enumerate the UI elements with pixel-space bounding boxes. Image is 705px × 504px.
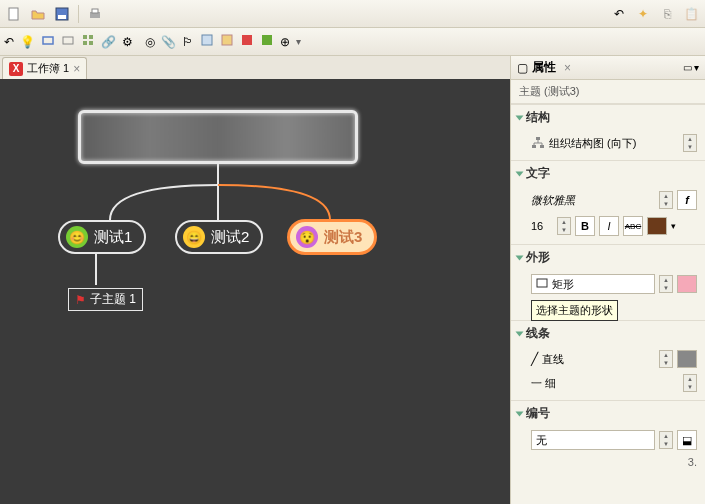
close-tab-icon[interactable]: × [73, 62, 80, 76]
link-icon[interactable]: 🔗 [101, 35, 116, 49]
shape-value: 矩形 [552, 277, 574, 292]
grid-icon[interactable] [81, 33, 95, 50]
svg-rect-12 [222, 35, 232, 45]
shape-select[interactable]: 矩形 [531, 274, 655, 294]
properties-panel: ▢ 属性 × ▭ ▾ 主题 (测试3) 结构 组织结构图 (向下) ▲▼ 文字 [510, 56, 705, 504]
number-index: 3. [688, 456, 697, 468]
green-icon[interactable] [260, 33, 274, 50]
svg-rect-2 [58, 15, 66, 19]
node-label: 测试3 [324, 228, 362, 247]
line-color-swatch[interactable] [677, 350, 697, 368]
panel-title: 属性 [532, 59, 556, 76]
svg-rect-16 [532, 145, 536, 148]
mindmap-canvas[interactable]: 😊 测试1 😄 测试2 😯 测试3 ⚑ 子主题 1 [0, 80, 510, 504]
shape-color-swatch[interactable] [677, 275, 697, 293]
svg-rect-4 [92, 9, 98, 13]
undo2-icon[interactable]: ↶ [4, 35, 14, 49]
new-icon[interactable] [4, 4, 24, 24]
svg-rect-9 [83, 41, 87, 45]
line-style[interactable]: 直线 [542, 352, 655, 367]
size-spinner[interactable]: ▲▼ [557, 217, 571, 235]
number-value: 无 [536, 433, 547, 448]
chevron-down-icon [516, 255, 524, 260]
main-toolbar: ↶ ✦ ⎘ 📋 [0, 0, 705, 28]
task-icon[interactable] [220, 33, 234, 50]
line-spinner[interactable]: ▲▼ [659, 350, 673, 368]
italic-button[interactable]: I [599, 216, 619, 236]
svg-rect-15 [536, 137, 540, 140]
svg-rect-0 [9, 8, 18, 20]
undo-icon[interactable]: ↶ [609, 4, 629, 24]
section-line[interactable]: 线条 [511, 320, 705, 346]
number-format-button[interactable]: ⬓ [677, 430, 697, 450]
section-label: 编号 [526, 405, 550, 422]
rect-shape-icon [536, 278, 548, 290]
structure-spinner[interactable]: ▲▼ [683, 134, 697, 152]
font-spinner[interactable]: ▲▼ [659, 191, 673, 209]
subtopic-node[interactable]: ⚑ 子主题 1 [68, 288, 143, 311]
drill-icon[interactable]: ⊕ [280, 35, 290, 49]
subtopic-label: 子主题 1 [90, 291, 136, 308]
flag-icon[interactable]: 🏳 [182, 35, 194, 49]
svg-rect-13 [242, 35, 252, 45]
shape-spinner[interactable]: ▲▼ [659, 275, 673, 293]
svg-rect-5 [43, 37, 53, 44]
surprise-icon: 😯 [296, 226, 318, 248]
note-icon[interactable] [200, 33, 214, 50]
section-text[interactable]: 文字 [511, 160, 705, 186]
font-size[interactable]: 16 [531, 220, 553, 232]
strike-button[interactable]: ABC [623, 216, 643, 236]
tool-icon[interactable]: ⚙ [122, 35, 133, 49]
save-icon[interactable] [52, 4, 72, 24]
target-icon[interactable]: ◎ [145, 35, 155, 49]
chevron-down-icon [516, 115, 524, 120]
red-icon[interactable] [240, 33, 254, 50]
section-number[interactable]: 编号 [511, 400, 705, 426]
section-label: 外形 [526, 249, 550, 266]
print-icon[interactable] [85, 4, 105, 24]
shape-icon[interactable] [61, 33, 75, 50]
panel-icon: ▢ [517, 61, 528, 75]
svg-rect-7 [83, 35, 87, 39]
open-icon[interactable] [28, 4, 48, 24]
font-name[interactable]: 微软雅黑 [531, 193, 655, 208]
chevron-down-icon [516, 171, 524, 176]
weight-spinner[interactable]: ▲▼ [683, 374, 697, 392]
workbook-tab[interactable]: X 工作簿 1 × [2, 57, 87, 79]
svg-rect-11 [202, 35, 212, 45]
number-select[interactable]: 无 [531, 430, 655, 450]
paste-icon[interactable]: 📋 [681, 4, 701, 24]
copy-icon[interactable]: ⎘ [657, 4, 677, 24]
node-test3-selected[interactable]: 😯 测试3 [288, 220, 376, 254]
font-style-button[interactable]: f [677, 190, 697, 210]
line-weight[interactable]: 一 细 [531, 376, 679, 391]
svg-rect-6 [63, 37, 73, 44]
node-label: 测试1 [94, 228, 132, 247]
svg-rect-18 [537, 279, 547, 287]
section-structure[interactable]: 结构 [511, 104, 705, 130]
chevron-down-icon [516, 411, 524, 416]
orgchart-icon [531, 136, 545, 150]
text-color-swatch[interactable] [647, 217, 667, 235]
section-label: 线条 [526, 325, 550, 342]
clip-icon[interactable]: 📎 [161, 35, 176, 49]
node-test1[interactable]: 😊 测试1 [58, 220, 146, 254]
bold-button[interactable]: B [575, 216, 595, 236]
smile-yellow-icon: 😄 [183, 226, 205, 248]
min-icon[interactable]: ▭ [683, 62, 692, 73]
section-shape[interactable]: 外形 [511, 244, 705, 270]
close-icon[interactable]: × [564, 61, 571, 75]
rect-icon[interactable] [41, 33, 55, 50]
root-node[interactable] [78, 110, 358, 164]
smile-green-icon: 😊 [66, 226, 88, 248]
panel-subtitle: 主题 (测试3) [511, 80, 705, 104]
tab-label: 工作簿 1 [27, 61, 69, 76]
bulb-icon[interactable]: 💡 [20, 35, 35, 49]
number-spinner[interactable]: ▲▼ [659, 431, 673, 449]
menu-icon[interactable]: ▾ [694, 62, 699, 73]
star-icon[interactable]: ✦ [633, 4, 653, 24]
svg-rect-14 [262, 35, 272, 45]
node-test2[interactable]: 😄 测试2 [175, 220, 263, 254]
line-style-icon: ╱ [531, 352, 538, 366]
tab-bar: X 工作簿 1 × [0, 56, 510, 80]
